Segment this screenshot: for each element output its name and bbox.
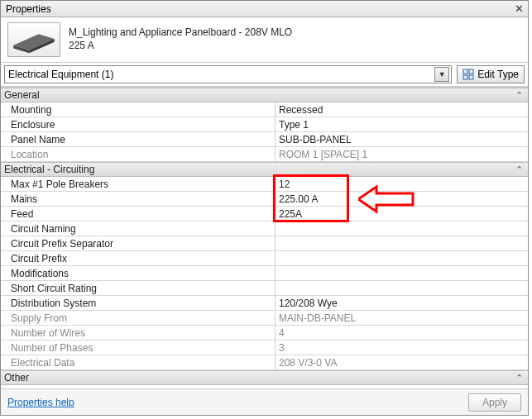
prop-label: Number of Wires [1,326,276,340]
titlebar: Properties ✕ [1,1,528,17]
type-subtitle: 225 A [69,40,292,53]
properties-grid[interactable]: General ⌃ MountingRecessed EnclosureType… [1,87,528,388]
category-dropdown[interactable]: Electrical Equipment (1) ▼ [4,65,452,83]
section-label: Electrical - Circuiting [4,164,94,175]
prop-label: Enclosure [1,117,276,131]
collapse-icon: ⌃ [515,90,523,101]
prop-value[interactable] [276,251,528,265]
prop-label: Distribution System [1,296,276,310]
prop-value: 208 V/3-0 VA [276,355,528,369]
dropdown-label: Electrical Equipment (1) [8,69,113,80]
prop-label: Mounting [1,102,276,117]
footer: Properties help Apply [1,388,528,415]
prop-value: MAIN-DB-PANEL [276,311,528,325]
prop-value[interactable] [276,221,528,236]
edit-type-button[interactable]: Edit Type [457,65,525,83]
collapse-icon: ⌃ [515,164,523,175]
prop-label: Supply From [1,311,276,325]
prop-value: 3 [276,340,528,355]
apply-button[interactable]: Apply [468,393,521,412]
prop-value[interactable]: 120/208 Wye [276,296,528,310]
prop-label: Circuit Naming [1,221,276,236]
collapse-icon: ⌃ [515,373,523,383]
prop-label: Circuit Prefix [1,251,276,265]
type-title: M_Lighting and Appliance Panelboard - 20… [69,26,292,40]
properties-help-link[interactable]: Properties help [7,397,74,408]
svg-rect-5 [463,75,467,79]
section-label: General [4,89,40,101]
svg-rect-3 [463,69,467,74]
close-button[interactable]: ✕ [512,2,525,16]
edit-type-label: Edit Type [477,69,519,80]
prop-value: 4 [276,326,528,340]
prop-label: Max #1 Pole Breakers [1,177,276,191]
prop-label: Modifications [1,266,276,280]
prop-value[interactable]: SUB-DB-PANEL [276,132,528,146]
prop-value[interactable]: 225.00 A [276,192,528,206]
prop-label: Number of Phases [1,340,276,355]
chevron-down-icon: ▼ [434,67,449,82]
prop-value[interactable] [276,266,528,280]
panelboard-icon [8,23,60,56]
prop-value[interactable]: 12 [276,177,528,191]
section-other[interactable]: Other ⌃ [1,370,528,385]
prop-value[interactable]: Recessed [276,102,528,117]
prop-value: ROOM 1 [SPACE] 1 [276,147,528,161]
edit-type-icon [463,69,474,80]
prop-label: Panel Name [1,132,276,146]
properties-panel: Properties ✕ M_Lighting and Appliance Pa… [0,0,529,416]
section-label: Other [4,372,29,383]
prop-value[interactable] [276,281,528,295]
prop-label: Short Circuit Rating [1,281,276,295]
circuiting-rows: Max #1 Pole Breakers12 Mains225.00 A Fee… [1,177,528,370]
type-header: M_Lighting and Appliance Panelboard - 20… [1,17,528,63]
window-title: Properties [6,3,51,15]
prop-value[interactable] [276,236,528,250]
prop-label: Location [1,147,276,161]
section-circuiting[interactable]: Electrical - Circuiting ⌃ [1,162,528,177]
close-icon: ✕ [515,3,524,14]
prop-label: Mains [1,192,276,206]
svg-rect-4 [469,69,473,74]
prop-label: Circuit Prefix Separator [1,236,276,250]
prop-label: Feed [1,207,276,221]
svg-rect-6 [469,75,473,79]
selector-row: Electrical Equipment (1) ▼ Edit Type [1,63,528,87]
prop-value[interactable]: 225A [276,207,528,221]
prop-label: Electrical Data [1,355,276,369]
type-thumbnail [7,22,60,57]
prop-value[interactable]: Type 1 [276,117,528,131]
section-general[interactable]: General ⌃ [1,88,528,102]
